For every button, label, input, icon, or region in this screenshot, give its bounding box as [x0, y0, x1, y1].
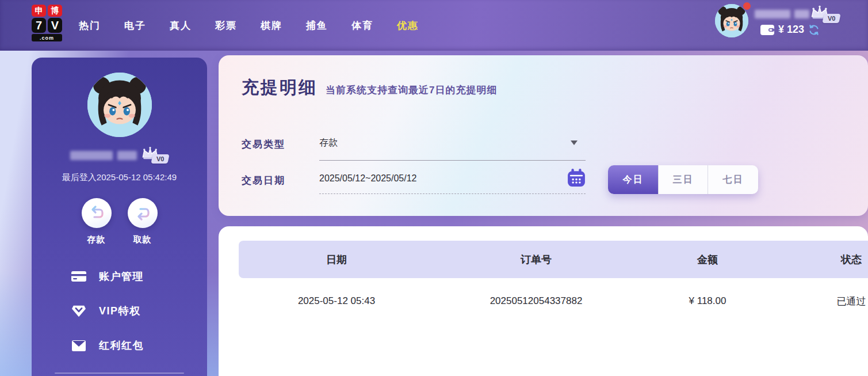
balance-amount: ¥ 123 [778, 24, 804, 36]
logo-row-mid: 7 V [32, 18, 63, 33]
page-subtitle: 当前系统支持查询最近7日的充提明细 [326, 83, 497, 97]
refresh-icon[interactable] [808, 24, 820, 36]
logo-char: V [48, 18, 62, 33]
nav-item-hot[interactable]: 热门 [79, 19, 101, 32]
sidebar-item-vip[interactable]: VIP特权 [71, 294, 207, 328]
logo-domain: .com [32, 34, 62, 41]
transaction-date-input[interactable]: 2025/05/12~2025/05/12 [319, 173, 586, 194]
withdraw-label: 取款 [133, 234, 152, 245]
wallet-balance-row: ¥ 123 [760, 24, 820, 36]
range-3day-button[interactable]: 三日 [658, 165, 708, 194]
notification-dot [743, 2, 751, 10]
filter-panel: 充提明细 当前系统支持查询最近7日的充提明细 交易类型 存款 交易日期 2025… [219, 55, 868, 216]
top-nav: 申 博 7 V .com 热门 电子 真人 彩票 棋牌 捕鱼 体育 优惠 [0, 0, 868, 51]
username-redacted [70, 151, 113, 160]
vip-gem-icon [71, 304, 86, 318]
sidebar: V0 最后登入2025-05-12 05:42:49 存款 [32, 58, 207, 376]
profile-avatar[interactable] [87, 73, 152, 137]
cell-date: 2025-05-12 05:43 [239, 295, 434, 307]
card-icon [71, 271, 86, 282]
header-status: 状态 [777, 253, 868, 267]
last-login-text: 最后登入2025-05-12 05:42:49 [62, 172, 177, 183]
sidebar-item-account[interactable]: 账户管理 [71, 259, 207, 294]
transaction-type-select[interactable]: 存款 [319, 137, 586, 161]
range-today-button[interactable]: 今日 [608, 165, 658, 194]
records-panel: 日期 订单号 金额 状态 2025-05-12 05:43 2025051205… [219, 226, 868, 376]
logo-char: 7 [32, 18, 46, 33]
transaction-date-label: 交易日期 [242, 174, 285, 187]
chevron-down-icon [571, 140, 578, 145]
nav-item-live[interactable]: 真人 [170, 19, 192, 32]
transaction-type-value: 存款 [319, 138, 338, 147]
deposit-arrow-icon [88, 204, 105, 222]
withdraw-button[interactable]: 取款 [128, 198, 158, 245]
logo-char: 博 [48, 5, 62, 17]
avatar-illustration [715, 4, 748, 37]
page-title: 充提明细 [242, 76, 318, 100]
user-avatar[interactable] [715, 4, 748, 37]
logo-char: 申 [32, 5, 46, 17]
wallet-icon [760, 25, 774, 35]
nav-item-lottery[interactable]: 彩票 [215, 19, 237, 32]
header-date: 日期 [239, 253, 434, 267]
cell-order-no: 20250512054337882 [434, 295, 638, 307]
range-7day-button[interactable]: 七日 [708, 165, 758, 194]
nav-item-promo[interactable]: 优惠 [397, 19, 419, 32]
logo-row-top: 申 博 [32, 5, 63, 17]
profile-name-row: V0 [70, 147, 169, 164]
table-header-row: 日期 订单号 金额 状态 [239, 241, 868, 278]
vip-level-badge: V0 [152, 153, 169, 164]
username-redacted [755, 10, 809, 18]
nav-item-cards[interactable]: 棋牌 [261, 19, 282, 32]
vip-level-badge: V0 [823, 13, 840, 23]
main-menu: 热门 电子 真人 彩票 棋牌 捕鱼 体育 优惠 [79, 0, 419, 51]
sidebar-divider [55, 373, 184, 374]
deposit-button[interactable]: 存款 [82, 198, 112, 245]
cell-amount: ¥ 118.00 [638, 295, 777, 307]
table-row: 2025-05-12 05:43 20250512054337882 ¥ 118… [239, 284, 868, 318]
transaction-type-label: 交易类型 [242, 138, 285, 151]
nav-item-sports[interactable]: 体育 [351, 19, 373, 32]
nav-item-slots[interactable]: 电子 [124, 19, 146, 32]
calendar-icon[interactable] [567, 169, 586, 189]
avatar-illustration [87, 73, 152, 137]
sidebar-item-bonus[interactable]: 红利红包 [71, 328, 207, 363]
quick-actions: 存款 取款 [82, 198, 158, 245]
deposit-label: 存款 [87, 234, 106, 245]
site-logo[interactable]: 申 博 7 V .com [32, 5, 63, 41]
page: 申 博 7 V .com 热门 电子 真人 彩票 棋牌 捕鱼 体育 优惠 [0, 0, 868, 376]
sidebar-menu: 账户管理 VIP特权 [32, 259, 207, 363]
transaction-date-value: 2025/05/12~2025/05/12 [319, 173, 417, 183]
date-range-toggle: 今日 三日 七日 [608, 165, 758, 194]
header-amount: 金额 [638, 253, 777, 267]
withdraw-arrow-icon [134, 204, 151, 222]
content-area: V0 最后登入2025-05-12 05:42:49 存款 [0, 51, 868, 376]
header-order-no: 订单号 [434, 253, 638, 267]
envelope-icon [71, 340, 86, 351]
nav-item-fishing[interactable]: 捕鱼 [306, 19, 328, 32]
cell-status status-badge: 已通过 [777, 295, 868, 308]
